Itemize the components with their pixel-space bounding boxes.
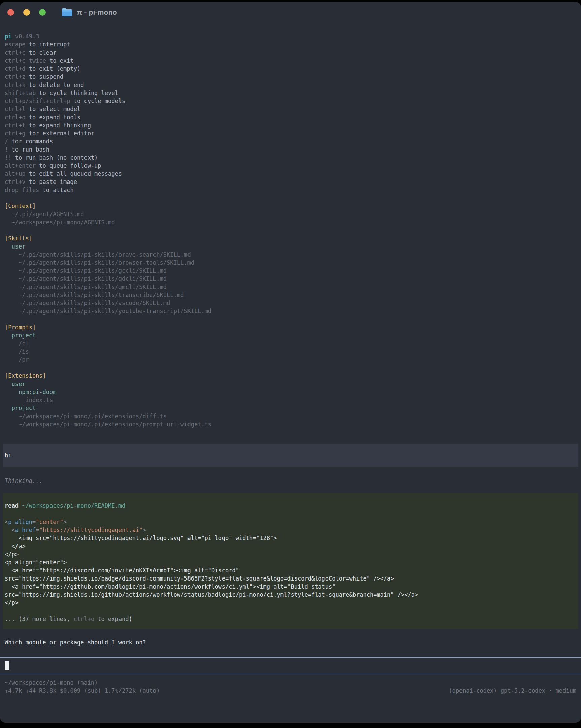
title-bar: π - pi-mono [0,2,581,23]
terminal-line: read ~/workspaces/pi-mono/README.md [3,502,578,510]
user-message-text: hi [3,451,578,459]
terminal-line: ctrl+z to suspend [0,73,581,81]
context-section: [Context] ~/.pi/agent/AGENTS.md ~/worksp… [0,202,581,226]
terminal-line: ~/workspaces/pi-mono/.pi/extensions/diff… [0,412,581,420]
terminal-line: </p> [3,599,578,607]
terminal-line: ... (37 more lines, ctrl+o to expand) [3,615,578,623]
terminal-line: ~/.pi/agent/skills/pi-skills/transcribe/… [0,291,581,299]
terminal-line: [Context] [0,202,581,210]
token-usage-stats: ↑4.7k ↓44 R3.8k $0.009 (sub) 1.7%/272k (… [5,686,160,695]
terminal-line: </a> [3,542,578,550]
terminal-line: ~/.pi/agent/skills/pi-skills/gmcli/SKILL… [0,283,581,291]
terminal-line: <img src="https://shittycodingagent.ai/l… [3,534,578,542]
terminal-line: ~/.pi/agent/skills/pi-skills/vscode/SKIL… [0,299,581,307]
terminal-line: [Extensions] [0,372,581,380]
terminal-line: src="https://img.shields.io/badge/discor… [3,574,578,582]
terminal-line: ~/.pi/agent/skills/pi-skills/browser-too… [0,259,581,267]
terminal-line: / for commands [0,137,581,146]
terminal-line: ctrl+g for external editor [0,129,581,137]
terminal-line: drop files to attach [0,186,581,194]
terminal-line: ~/workspaces/pi-mono/.pi/extensions/prom… [0,420,581,428]
cwd-branch: ~/workspaces/pi-mono (main) [5,678,98,686]
terminal-line: src="https://img.shields.io/github/actio… [3,591,578,599]
terminal-line: <a href="https://discord.com/invite/nKXT… [3,566,578,574]
terminal-line: index.ts [0,396,581,404]
terminal-line [3,607,578,615]
terminal-line: alt+up to edit all queued messages [0,170,581,178]
terminal-line: shift+tab to cycle thinking level [0,89,581,97]
terminal-line [3,510,578,518]
input-divider-bottom [0,674,581,674]
zoom-button[interactable] [39,9,46,16]
thinking-indicator: Thinking... [0,477,581,485]
terminal-line: project [0,331,581,339]
terminal-line: ctrl+o to expand tools [0,113,581,121]
extensions-section: [Extensions] user npm:pi-doom index.ts p… [0,372,581,428]
terminal-line: ~/.pi/agent/skills/pi-skills/gdcli/SKILL… [0,275,581,283]
terminal-line: [Prompts] [0,323,581,331]
user-message: hi [3,444,578,467]
terminal-line: pi v0.49.3 [0,32,581,41]
terminal-line: !! to run bash (no context) [0,154,581,162]
terminal-line: /is [0,347,581,356]
terminal-line: <a href="https://shittycodingagent.ai"> [3,526,578,534]
terminal-line: ctrl+p/shift+ctrl+p to cycle models [0,97,581,105]
prompts-section: [Prompts] project /cl /is /pr [0,323,581,364]
terminal-line: ! to run bash [0,146,581,154]
skills-section: [Skills] user ~/.pi/agent/skills/pi-skil… [0,234,581,315]
terminal-line: ctrl+c to clear [0,49,581,57]
terminal-line: ctrl+l to select model [0,105,581,113]
window-title: π - pi-mono [77,8,117,17]
terminal-window: π - pi-mono pi v0.49.3escape to interrup… [0,2,581,723]
assistant-message: Which module or package should I work on… [0,639,581,647]
startup-help: pi v0.49.3escape to interruptctrl+c to c… [0,32,581,194]
terminal-line: npm:pi-doom [0,388,581,396]
close-button[interactable] [7,9,14,16]
terminal-line: ctrl+v to paste image [0,178,581,186]
terminal-line: ctrl+k to delete to end [0,81,581,89]
model-info: (openai-codex) gpt-5.2-codex · medium [449,686,576,695]
terminal-line: /cl [0,339,581,347]
terminal-line: escape to interrupt [0,41,581,49]
terminal-line: ~/.pi/agent/AGENTS.md [0,210,581,218]
terminal-line: <p align="center"> [3,558,578,566]
status-bar: ~/workspaces/pi-mono (main) ↑4.7k ↓44 R3… [0,678,581,695]
terminal-line: ctrl+c twice to exit [0,57,581,64]
folder-icon [61,8,72,17]
terminal-line: </p> [3,550,578,558]
text-cursor [5,661,9,670]
terminal-line: ctrl+t to expand thinking [0,121,581,129]
terminal-line: ~/workspaces/pi-mono/AGENTS.md [0,218,581,226]
terminal-line: ctrl+d to exit (empty) [0,64,581,73]
prompt-input[interactable] [0,658,581,674]
terminal-line: ~/.pi/agent/skills/pi-skills/brave-searc… [0,251,581,259]
terminal-line: <p align="center"> [3,518,578,526]
terminal-line: ~/.pi/agent/skills/pi-skills/youtube-tra… [0,307,581,315]
terminal-line: project [0,404,581,412]
read-tool-call: read ~/workspaces/pi-mono/README.md<p al… [3,493,578,629]
terminal-line: ~/.pi/agent/skills/pi-skills/gccli/SKILL… [0,267,581,275]
terminal-line: alt+enter to queue follow-up [0,162,581,170]
terminal-line: [Skills] [0,234,581,242]
terminal-line: <a href="https://github.com/badlogic/pi-… [3,582,578,591]
minimize-button[interactable] [23,9,30,16]
terminal-line: user [0,242,581,251]
terminal-line: user [0,380,581,388]
terminal-line: /pr [0,356,581,364]
terminal-content: pi v0.49.3escape to interruptctrl+c to c… [0,23,581,695]
